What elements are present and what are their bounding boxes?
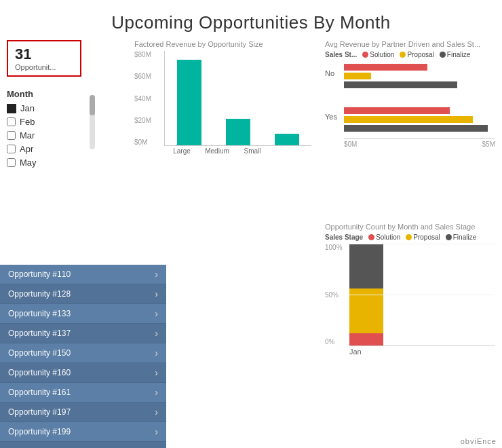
kpi-box: 31 Opportunit... xyxy=(7,40,81,77)
list-item[interactable]: Opportunity #160 › xyxy=(0,363,166,383)
opportunity-list: Opportunity #110 › Opportunity #128 › Op… xyxy=(0,265,166,448)
hbar-no-bars xyxy=(344,64,495,88)
list-item-label: Opportunity #110 xyxy=(8,269,71,279)
bar-small xyxy=(275,134,299,145)
factored-revenue-chart: Factored Revenue by Opportunity Size $80… xyxy=(102,40,311,229)
bar-large xyxy=(177,60,201,145)
hbar-x-5: $5M xyxy=(482,141,495,148)
y-label-60m: $60M xyxy=(134,73,151,80)
bar-medium-bar xyxy=(226,119,250,145)
chevron-icon: › xyxy=(155,328,158,339)
list-item[interactable]: Opportunity #199 › xyxy=(0,422,166,442)
hbar-yes-proposal xyxy=(344,116,473,123)
filter-mar-checkbox[interactable] xyxy=(7,131,16,140)
avg-revenue-chart: Avg Revenue by Partner Driven and Sales … xyxy=(325,40,495,229)
filter-jan-label: Jan xyxy=(20,103,35,113)
stacked-x-label-jan: Jan xyxy=(349,348,495,356)
legend3-solution: Solution xyxy=(368,234,400,241)
filter-apr-checkbox[interactable] xyxy=(7,145,16,153)
chevron-icon: › xyxy=(155,367,158,378)
legend3-finalize: Finalize xyxy=(446,234,476,241)
filter-apr[interactable]: Apr xyxy=(7,144,88,154)
list-item[interactable]: Opportunity #110 › xyxy=(0,265,166,284)
chart3-legend: Sales Stage Solution Proposal Finalize xyxy=(325,234,495,241)
y-100pct: 100% xyxy=(325,244,343,251)
chevron-icon: › xyxy=(155,407,158,417)
list-item-label: Opportunity #197 xyxy=(8,407,71,417)
jan-swatch xyxy=(7,104,16,113)
stacked-y-labels: 100% 50% 0% xyxy=(325,244,343,346)
hbar-yes-group: Yes xyxy=(344,107,495,132)
chevron-icon: › xyxy=(155,288,158,299)
filter-feb[interactable]: Feb xyxy=(7,117,88,127)
list-item-label: Opportunity #150 xyxy=(8,348,71,358)
hbar-no-group: No xyxy=(344,64,495,88)
list-item[interactable]: Opportunity #128 › xyxy=(0,284,166,304)
chart2-legend: Sales St... Solution Proposal Finalize xyxy=(325,51,495,58)
hbar-no-proposal xyxy=(344,73,371,79)
watermark: obviEnce xyxy=(461,437,497,445)
hbar-x-0: $0M xyxy=(344,141,357,148)
solution3-dot xyxy=(368,234,374,240)
opp-count-chart: Opportunity Count by Month and Sales Sta… xyxy=(325,223,495,434)
hbar-no-label: No xyxy=(325,69,334,77)
legend-solution-label: Solution xyxy=(370,51,394,58)
chart2-title: Avg Revenue by Partner Driven and Sales … xyxy=(325,40,495,48)
y-50pct: 50% xyxy=(325,291,343,299)
list-item-label: Opportunity #160 xyxy=(8,368,71,377)
kpi-number: 31 xyxy=(15,45,73,63)
legend-solution: Solution xyxy=(362,51,394,58)
legend-finalize-label: Finalize xyxy=(447,51,470,58)
scroll-thumb[interactable] xyxy=(90,95,95,115)
filter-title: Month xyxy=(7,89,88,99)
hbar-no-finalize xyxy=(344,81,457,88)
proposal3-dot xyxy=(406,234,412,240)
legend3-sales-st-label: Sales Stage xyxy=(325,234,363,241)
stacked-chart-area: 100% 50% 0% Jan xyxy=(325,244,495,359)
seg-finalize xyxy=(349,244,383,288)
filter-feb-checkbox[interactable] xyxy=(7,117,16,126)
chevron-icon: › xyxy=(155,426,158,437)
filter-apr-label: Apr xyxy=(20,144,33,154)
filter-may-label: May xyxy=(20,157,37,168)
page-title: Upcoming Opportunities By Month xyxy=(0,0,502,40)
filter-mar[interactable]: Mar xyxy=(7,130,88,141)
list-item-label: Opportunity #128 xyxy=(8,289,71,299)
hbar-yes-solution xyxy=(344,107,450,114)
chevron-icon: › xyxy=(155,348,158,358)
y-label-40m: $40M xyxy=(134,95,151,102)
filter-mar-label: Mar xyxy=(20,130,35,141)
proposal-dot xyxy=(400,52,406,58)
grid-line-50 xyxy=(349,295,495,295)
filter-jan[interactable]: Jan xyxy=(7,103,88,113)
list-item[interactable]: Opportunity #197 › xyxy=(0,403,166,422)
bar-medium xyxy=(226,119,250,145)
list-item[interactable]: Opportunity #133 › xyxy=(0,304,166,324)
list-item-label: Opportunity #133 xyxy=(8,309,71,318)
y-0pct: 0% xyxy=(325,338,343,346)
list-item[interactable]: Opportunity #137 › xyxy=(0,324,166,343)
hbar-yes-bars xyxy=(344,107,495,132)
filter-may-checkbox[interactable] xyxy=(7,158,16,167)
legend-sales-st-label: Sales St... xyxy=(325,51,357,58)
list-item[interactable]: Opportunity #202 › xyxy=(0,442,166,448)
y-label-0m: $0M xyxy=(134,138,151,146)
bar-large-label: Large xyxy=(170,147,194,155)
list-item-label: Opportunity #137 xyxy=(8,329,71,338)
filter-may[interactable]: May xyxy=(7,157,88,168)
legend-finalize: Finalize xyxy=(440,51,470,58)
filter-feb-label: Feb xyxy=(20,117,35,127)
month-filter: Month Jan Feb Mar Apr May xyxy=(7,89,88,168)
list-item[interactable]: Opportunity #150 › xyxy=(0,343,166,363)
solution-dot xyxy=(362,52,368,58)
bar-medium-label: Medium xyxy=(205,147,229,155)
list-item[interactable]: Opportunity #161 › xyxy=(0,383,166,403)
bar-chart-area xyxy=(164,51,311,146)
kpi-label: Opportunit... xyxy=(15,63,73,71)
scroll-track[interactable] xyxy=(90,95,95,149)
chart1-title: Factored Revenue by Opportunity Size xyxy=(134,40,311,48)
hbar-yes-label: Yes xyxy=(325,113,337,121)
y-label-80m: $80M xyxy=(134,51,151,58)
grid-line-100 xyxy=(349,244,495,244)
grid-line-0 xyxy=(349,346,495,346)
